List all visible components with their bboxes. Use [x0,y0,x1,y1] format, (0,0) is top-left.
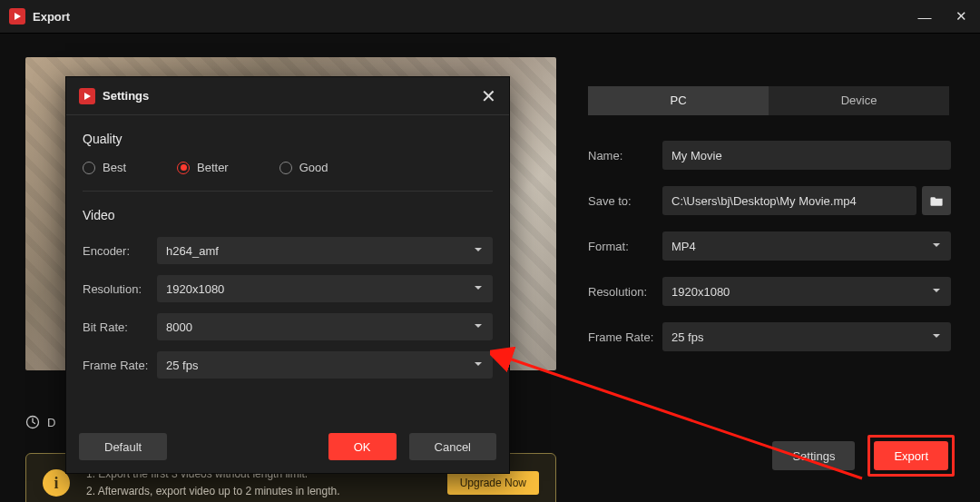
bitrate-label: Bit Rate: [83,320,157,334]
modal-resolution-select[interactable]: 1920x1080 [157,275,493,302]
chevron-down-icon [931,285,942,299]
radio-label: Best [103,161,126,174]
radio-label: Better [197,161,229,174]
tab-pc[interactable]: PC [588,86,769,115]
settings-button[interactable]: Settings [772,441,855,470]
framerate-value: 25 fps [671,330,703,344]
resolution-select[interactable]: 1920x1080 [662,277,951,306]
bitrate-value: 8000 [166,320,192,334]
save-to-label: Save to: [588,194,662,208]
format-label: Format: [588,240,662,253]
resolution-label: Resolution: [588,285,662,299]
modal-framerate-label: Frame Rate: [83,359,157,372]
chevron-down-icon [473,282,484,296]
resolution-value: 1920x1080 [671,285,730,299]
title-bar: Export — ✕ [0,0,980,34]
chevron-down-icon [473,244,484,258]
modal-framerate-select[interactable]: 25 fps [157,351,493,379]
quality-good-radio[interactable]: Good [279,161,328,174]
modal-close-button[interactable]: ✕ [481,87,496,105]
quality-best-radio[interactable]: Best [83,161,126,174]
window-title: Export [33,10,70,24]
minimize-button[interactable]: — [915,9,935,25]
duration-row: D [25,415,55,429]
app-icon [79,88,95,104]
chevron-down-icon [473,320,484,334]
chevron-down-icon [473,359,484,372]
browse-folder-button[interactable] [922,186,951,215]
video-section-title: Video [83,208,493,222]
bitrate-select[interactable]: 8000 [157,313,493,340]
export-highlight: Export [867,435,955,477]
upgrade-now-button[interactable]: Upgrade Now [447,471,539,495]
clock-icon [25,415,40,429]
chevron-down-icon [931,330,942,344]
tab-device[interactable]: Device [769,86,949,115]
modal-title: Settings [103,89,149,103]
name-label: Name: [588,149,662,162]
modal-resolution-value: 1920x1080 [166,282,224,296]
modal-resolution-label: Resolution: [83,282,157,296]
save-to-input[interactable] [662,186,916,215]
export-button[interactable]: Export [874,441,948,470]
encoder-label: Encoder: [83,244,157,258]
radio-label: Good [299,161,328,174]
notice-line-2: 2. Afterwards, export video up to 2 minu… [86,483,340,500]
settings-modal: Settings ✕ Quality Best Better Good Vide… [65,76,510,474]
close-window-button[interactable]: ✕ [951,8,971,25]
encoder-select[interactable]: h264_amf [157,237,493,264]
quality-better-radio[interactable]: Better [177,161,229,174]
cancel-button[interactable]: Cancel [409,433,496,460]
folder-icon [930,194,944,208]
format-value: MP4 [671,240,696,253]
chevron-down-icon [931,240,942,253]
name-input[interactable] [662,141,951,170]
format-select[interactable]: MP4 [662,231,951,261]
svg-marker-2 [84,93,91,100]
duration-label: D [47,416,55,429]
framerate-select[interactable]: 25 fps [662,322,951,351]
app-icon [9,8,25,25]
default-button[interactable]: Default [79,433,167,460]
framerate-label: Frame Rate: [588,330,662,344]
target-tabs: PC Device [588,86,949,115]
svg-marker-0 [15,13,21,20]
encoder-value: h264_amf [166,244,219,258]
quality-section-title: Quality [83,132,493,146]
modal-framerate-value: 25 fps [166,359,198,372]
ok-button[interactable]: OK [328,433,397,460]
export-form: PC Device Name: Save to: Format: MP4 [588,86,951,368]
